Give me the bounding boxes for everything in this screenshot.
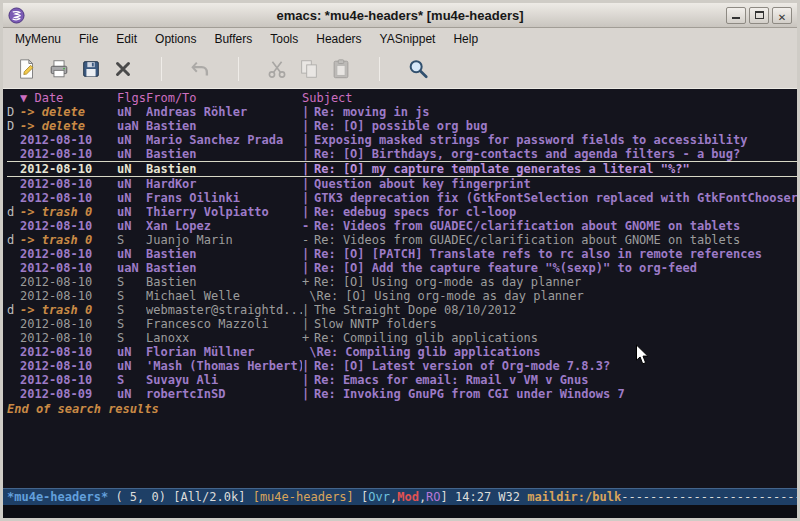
row-flags: uN (117, 105, 146, 119)
row-mark (7, 177, 20, 191)
thread-connector: | (302, 191, 314, 205)
menu-item-edit[interactable]: Edit (107, 29, 146, 49)
modeline-segment-plain: ----------------------------------------… (621, 490, 797, 504)
column-header-prefix (7, 91, 20, 105)
close-icon (112, 58, 134, 80)
row-from: HardKor (146, 177, 302, 191)
column-header-flags[interactable]: Flgs (117, 91, 146, 105)
menu-item-help[interactable]: Help (444, 29, 487, 49)
row-flags: uaN (117, 261, 146, 275)
thread-connector: + (302, 275, 314, 289)
menu-item-options[interactable]: Options (146, 29, 205, 49)
menu-item-mymenu[interactable]: MyMenu (6, 29, 70, 49)
thread-connector: | (302, 317, 314, 331)
open-file-button[interactable] (43, 53, 75, 84)
close-icon (778, 6, 786, 25)
close-button[interactable] (772, 7, 792, 24)
row-subject: Re: moving in js (314, 105, 797, 119)
row-date: 2012-08-10 (20, 359, 117, 373)
row-from: Bastien (146, 275, 302, 289)
row-subject: Re: edebug specs for cl-loop (314, 205, 797, 219)
message-row[interactable]: 2012-08-10SFrancesco Mazzoli|Slow NNTP f… (7, 317, 797, 331)
row-flags: uN (117, 162, 146, 176)
row-subject: Re: Invoking GnuPG from CGI under Window… (314, 387, 797, 401)
row-mark: d (7, 303, 20, 317)
message-row[interactable]: 2012-08-10SLanoxx+Re: Compiling glib app… (7, 331, 797, 345)
menu-item-headers[interactable]: Headers (307, 29, 370, 49)
save-button[interactable] (75, 53, 107, 84)
row-date: 2012-08-10 (20, 219, 117, 233)
message-row-selected[interactable]: 2012-08-10uNBastien|Re: [O] my capture t… (7, 161, 797, 177)
row-date: 2012-08-10 (20, 162, 117, 176)
message-row[interactable]: 2012-08-10uN'Mash (Thomas Herbert)|Re: [… (7, 359, 797, 373)
message-row[interactable]: 2012-08-10uNFrans Oilinki|GTK3 deprecati… (7, 191, 797, 205)
copy-button (293, 53, 325, 84)
message-row[interactable]: 2012-08-10uNHardKor|Question about key f… (7, 177, 797, 191)
menu-item-buffers[interactable]: Buffers (205, 29, 261, 49)
message-row[interactable]: 2012-08-10SMichael Welle \Re: [O] Using … (7, 289, 797, 303)
row-from: Francesco Mazzoli (146, 317, 302, 331)
copy-icon (298, 58, 320, 80)
row-flags: uN (117, 345, 146, 359)
row-mark (7, 261, 20, 275)
message-row[interactable]: d-> trash 0SJuanjo Marin-Re: Videos from… (7, 233, 797, 247)
toolbar-separator (379, 57, 380, 81)
row-from: Suvayu Ali (146, 373, 302, 387)
message-row[interactable]: 2012-08-10uaNBastien|Re: [O] Add the cap… (7, 261, 797, 275)
maximize-button[interactable] (749, 7, 769, 24)
row-date: 2012-08-09 (20, 387, 117, 401)
search-icon (407, 58, 429, 80)
message-row[interactable]: D-> deleteuaNBastien|Re: [O] possible or… (7, 119, 797, 133)
menu-item-file[interactable]: File (70, 29, 107, 49)
emacs-app-icon[interactable] (8, 7, 25, 24)
search-button[interactable] (402, 53, 434, 84)
row-from: Bastien (146, 247, 302, 261)
cut-icon (266, 58, 288, 80)
end-of-results-text: End of search results (7, 402, 797, 416)
column-header-date[interactable]: ▼ Date (20, 91, 117, 105)
message-row[interactable]: 2012-08-09uNrobertcInSD|Re: Invoking Gnu… (7, 387, 797, 401)
thread-connector: | (302, 162, 314, 176)
thread-connector: | (302, 387, 314, 401)
message-row[interactable]: 2012-08-10uNMario Sanchez Prada|Exposing… (7, 133, 797, 147)
modeline-segment-mode: [mu4e-headers] (253, 490, 354, 504)
row-date: 2012-08-10 (20, 133, 117, 147)
message-row[interactable]: 2012-08-10SSuvayu Ali|Re: Emacs for emai… (7, 373, 797, 387)
column-header-from[interactable]: From/To (146, 91, 302, 105)
row-action: -> trash 0 (20, 303, 117, 317)
row-mark (7, 247, 20, 261)
message-row[interactable]: D-> deleteuNAndreas Röhler|Re: moving in… (7, 105, 797, 119)
headers-column-header: ▼ Date Flgs From/To Subject (7, 91, 797, 105)
message-row[interactable]: 2012-08-10uNFlorian Müllner \Re: Compili… (7, 345, 797, 359)
row-flags: uN (117, 205, 146, 219)
message-row[interactable]: d-> trash 0Swebmaster@straightd...|The S… (7, 303, 797, 317)
thread-connector: | (302, 119, 314, 133)
row-subject: Re: [O] Latest version of Org-mode 7.8.3… (314, 359, 797, 373)
close-button[interactable] (107, 53, 139, 84)
window-title: emacs: *mu4e-headers* [mu4e-headers] (3, 8, 797, 23)
thread-connector: | (302, 147, 314, 161)
emacs-window: emacs: *mu4e-headers* [mu4e-headers] MyM… (0, 0, 800, 521)
row-action: -> trash 0 (20, 205, 117, 219)
toolbar (3, 49, 797, 88)
message-list: D-> deleteuNAndreas Röhler|Re: moving in… (7, 105, 797, 401)
thread-connector: | (302, 133, 314, 147)
column-header-subject[interactable]: Subject (302, 91, 797, 105)
message-row[interactable]: 2012-08-10uNBastien|Re: [O] Birthdays, o… (7, 147, 797, 161)
message-row[interactable]: 2012-08-10uNXan Lopez-Re: Videos from GU… (7, 219, 797, 233)
message-row[interactable]: 2012-08-10SBastien+Re: [O] Using org-mod… (7, 275, 797, 289)
row-flags: S (117, 233, 146, 247)
row-subject: Re: Videos from GUADEC/clarification abo… (314, 219, 797, 233)
menu-item-tools[interactable]: Tools (261, 29, 307, 49)
row-subject: Re: Videos from GUADEC/clarification abo… (314, 233, 797, 247)
row-subject: Re: [O] Birthdays, org-contacts and agen… (314, 147, 797, 161)
minimize-button[interactable] (726, 7, 746, 24)
new-file-button[interactable] (11, 53, 43, 84)
message-row[interactable]: d-> trash 0uNThierry Volpiatto|Re: edebu… (7, 205, 797, 219)
message-row[interactable]: 2012-08-10uNBastien|Re: [O] [PATCH] Tran… (7, 247, 797, 261)
row-mark: d (7, 205, 20, 219)
open-file-icon (48, 58, 70, 80)
menu-item-yasnippet[interactable]: YASnippet (371, 29, 445, 49)
row-from: Michael Welle (146, 289, 302, 303)
echo-area[interactable] (3, 505, 797, 518)
